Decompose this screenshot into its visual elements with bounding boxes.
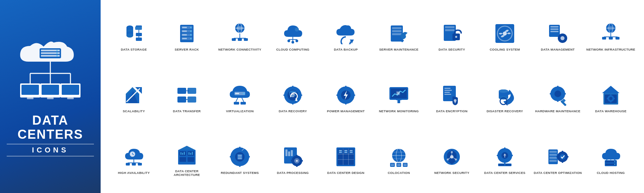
data-security-label: DATA SECURITY xyxy=(438,48,465,51)
svg-rect-165 xyxy=(607,98,609,99)
svg-rect-220 xyxy=(344,152,347,153)
svg-rect-208 xyxy=(300,160,303,162)
network-infrastructure-icon xyxy=(599,21,623,46)
svg-rect-265 xyxy=(562,160,563,163)
svg-rect-126 xyxy=(345,86,346,88)
svg-point-75 xyxy=(503,31,507,36)
icon-cell-data-warehouse: DATA WAREHOUSE xyxy=(586,82,636,114)
data-warehouse-label: DATA WAREHOUSE xyxy=(595,109,627,113)
svg-rect-128 xyxy=(336,94,339,96)
network-infrastructure-label: NETWORK INFRASTRUCTURE xyxy=(586,48,635,51)
icon-cell-scalability: SCALABILITY xyxy=(109,82,159,114)
server-maintenance-icon xyxy=(387,21,411,46)
svg-rect-129 xyxy=(353,94,355,96)
data-processing-label: DATA PROCESSING xyxy=(277,171,309,175)
svg-rect-103 xyxy=(187,96,196,103)
svg-rect-249 xyxy=(504,161,505,164)
network-connectivity-label: NETWORK CONNECTIVITY xyxy=(218,48,261,51)
svg-rect-17 xyxy=(47,98,54,99)
icon-cell-server-maintenance: SERVER MAINTENANCE xyxy=(374,20,424,52)
icon-cell-data-encryption: DATA ENCRYPTION xyxy=(427,82,477,114)
svg-rect-154 xyxy=(550,93,552,94)
svg-rect-66 xyxy=(392,33,401,35)
svg-rect-181 xyxy=(180,152,181,155)
svg-rect-65 xyxy=(392,30,401,32)
data-processing-icon xyxy=(281,145,305,169)
icon-cell-server-rack: SERVER RACK xyxy=(162,20,212,52)
svg-rect-201 xyxy=(291,150,293,156)
svg-rect-64 xyxy=(392,27,401,29)
svg-rect-195 xyxy=(238,156,242,157)
network-security-icon xyxy=(440,145,464,169)
svg-rect-250 xyxy=(497,155,499,156)
disaster-recovery-label: DISASTER RECOVERY xyxy=(487,109,523,113)
data-encryption-icon xyxy=(440,83,464,107)
icon-cell-data-recovery: DATA RECOVERY xyxy=(268,82,318,114)
svg-rect-174 xyxy=(138,163,142,166)
svg-rect-139 xyxy=(444,90,452,91)
svg-rect-113 xyxy=(234,102,239,105)
svg-line-112 xyxy=(242,98,244,102)
svg-rect-134 xyxy=(397,92,399,94)
svg-point-245 xyxy=(455,158,457,160)
svg-point-263 xyxy=(560,154,565,159)
svg-rect-140 xyxy=(444,92,450,93)
svg-rect-236 xyxy=(404,164,407,165)
svg-rect-70 xyxy=(445,29,454,31)
icon-cell-cloud-computing: CLOUD COMPUTING xyxy=(268,20,318,52)
data-storage-label: DATA STORAGE xyxy=(121,48,147,51)
svg-point-81 xyxy=(560,36,565,40)
data-center-design-label: DATA CENTER DESIGN xyxy=(327,171,365,175)
icon-cell-network-connectivity: NETWORK CONNECTIVITY xyxy=(215,20,265,52)
icon-cell-network-security: NETWORK SECURITY xyxy=(427,143,477,175)
icon-cell-data-transfer: DATA TRANSFER xyxy=(162,82,212,114)
svg-point-40 xyxy=(190,30,192,32)
data-center-design-icon xyxy=(334,145,358,169)
svg-rect-69 xyxy=(445,26,454,28)
svg-rect-163 xyxy=(610,94,611,96)
svg-point-271 xyxy=(614,161,615,162)
icon-cell-power-management: POWER MANAGEMENT xyxy=(321,82,371,114)
icon-cell-cooling-system: COOLING SYSTEM xyxy=(480,20,530,52)
cooling-system-label: COOLING SYSTEM xyxy=(490,48,520,51)
svg-rect-109 xyxy=(235,93,239,94)
svg-rect-53 xyxy=(238,38,242,41)
icon-cell-data-center-architecture: DATA CENTER ARCHITECTURE xyxy=(162,142,212,178)
svg-point-272 xyxy=(614,164,615,165)
svg-rect-205 xyxy=(296,155,298,157)
svg-rect-206 xyxy=(296,164,298,167)
data-encryption-label: DATA ENCRYPTION xyxy=(436,109,468,113)
svg-point-5 xyxy=(56,53,58,54)
colocation-icon xyxy=(387,145,411,169)
svg-point-26 xyxy=(126,34,133,38)
svg-rect-166 xyxy=(613,98,615,99)
svg-rect-164 xyxy=(610,101,611,103)
icon-cell-virtualization: VIRTUALIZATION xyxy=(215,82,265,114)
data-security-icon xyxy=(440,21,464,46)
svg-rect-155 xyxy=(563,93,566,94)
svg-rect-152 xyxy=(557,86,558,88)
svg-rect-218 xyxy=(344,149,348,153)
svg-point-239 xyxy=(450,155,453,158)
svg-point-58 xyxy=(291,41,294,44)
virtualization-label: VIRTUALIZATION xyxy=(226,109,254,113)
svg-rect-31 xyxy=(136,38,142,41)
icon-cell-network-monitoring: NETWORK MONITORING xyxy=(374,82,424,114)
svg-point-241 xyxy=(451,151,453,153)
svg-rect-153 xyxy=(557,99,558,102)
icon-cell-cloud-hosting: CLOUD HOSTING xyxy=(586,143,636,175)
data-transfer-label: DATA TRANSFER xyxy=(173,109,201,113)
disaster-recovery-icon xyxy=(493,83,517,107)
left-panel: DATA CENTERS ICONS xyxy=(0,0,101,193)
icon-cell-data-security: DATA SECURITY xyxy=(427,20,477,52)
server-maintenance-label: SERVER MAINTENANCE xyxy=(379,48,418,51)
svg-marker-180 xyxy=(179,146,195,150)
svg-rect-260 xyxy=(549,157,557,159)
svg-rect-182 xyxy=(182,153,183,155)
svg-rect-264 xyxy=(562,151,563,153)
svg-rect-234 xyxy=(397,165,400,166)
svg-rect-231 xyxy=(391,165,394,166)
server-rack-icon xyxy=(175,21,199,46)
svg-rect-259 xyxy=(549,154,557,156)
svg-rect-82 xyxy=(562,34,563,36)
